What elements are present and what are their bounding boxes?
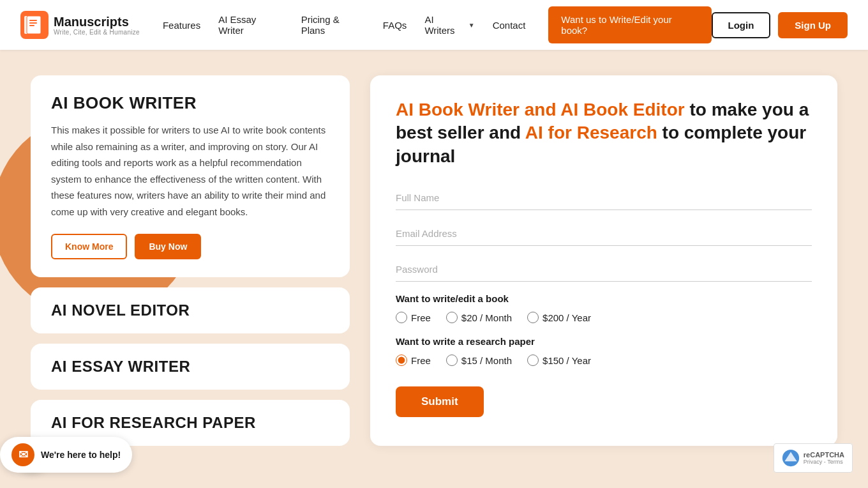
book-radio-options: Free $20 / Month $200 / Year <box>396 312 812 323</box>
recaptcha-icon <box>782 449 800 467</box>
nav-faqs[interactable]: FAQs <box>383 20 407 31</box>
right-panel-heading: AI Book Writer and AI Book Editor to mak… <box>396 98 812 168</box>
logo-name: Manuscripts <box>54 15 140 29</box>
card-buttons: Know More Buy Now <box>51 234 329 259</box>
signup-button[interactable]: Sign Up <box>778 12 848 38</box>
chevron-down-icon: ▼ <box>468 22 475 29</box>
buy-now-button[interactable]: Buy Now <box>135 234 201 259</box>
ai-essay-writer-title: AI ESSAY WRITER <box>51 358 329 376</box>
left-panel: AI BOOK WRITER This makes it possible fo… <box>31 75 350 446</box>
nav-auth-buttons: Login Sign Up <box>712 12 848 38</box>
book-radio-label: Want to write/edit a book <box>396 293 812 304</box>
chat-widget: ✉ We're here to help! <box>0 437 132 473</box>
logo-tagline: Write, Cite, Edit & Humanize <box>54 29 140 36</box>
recaptcha-label: reCAPTCHA <box>804 451 844 459</box>
ai-novel-editor-title: AI NOVEL EDITOR <box>51 301 329 319</box>
main-content: AI BOOK WRITER This makes it possible fo… <box>0 50 868 471</box>
logo-link[interactable]: Manuscripts Write, Cite, Edit & Humanize <box>20 11 140 39</box>
login-button[interactable]: Login <box>712 12 771 38</box>
ai-essay-writer-card: AI ESSAY WRITER <box>31 344 350 390</box>
chat-icon-symbol: ✉ <box>19 448 28 462</box>
book-radio-free[interactable]: Free <box>396 312 431 323</box>
nav-pricing-plans[interactable]: Pricing & Plans <box>301 14 365 36</box>
research-radio-15month[interactable]: $15 / Month <box>446 355 512 366</box>
password-input[interactable] <box>396 257 812 282</box>
email-input[interactable] <box>396 222 812 246</box>
svg-rect-3 <box>29 20 37 21</box>
research-radio-options: Free $15 / Month $150 / Year <box>396 355 812 366</box>
nav-links: Features AI Essay Writer Pricing & Plans… <box>163 6 712 43</box>
chat-icon: ✉ <box>11 443 34 466</box>
navbar: Manuscripts Write, Cite, Edit & Humanize… <box>0 0 868 50</box>
book-radio-20month[interactable]: $20 / Month <box>446 312 512 323</box>
chat-bubble-text: We're here to help! <box>41 450 121 460</box>
cta-write-edit-button[interactable]: Want us to Write/Edit your book? <box>548 6 711 43</box>
ai-book-writer-card: AI BOOK WRITER This makes it possible fo… <box>31 75 350 277</box>
research-radio-label: Want to write a research paper <box>396 336 812 347</box>
ai-book-writer-title: AI BOOK WRITER <box>51 93 329 113</box>
nav-contact[interactable]: Contact <box>493 20 526 31</box>
know-more-button[interactable]: Know More <box>51 234 127 259</box>
logo-icon <box>20 11 49 39</box>
nav-features[interactable]: Features <box>163 20 200 31</box>
book-radio-200year[interactable]: $200 / Year <box>527 312 591 323</box>
research-radio-free[interactable]: Free <box>396 355 431 366</box>
research-radio-150year[interactable]: $150 / Year <box>527 355 591 366</box>
nav-ai-writers[interactable]: AI Writers ▼ <box>424 14 474 36</box>
svg-rect-5 <box>29 25 34 26</box>
submit-button[interactable]: Submit <box>396 386 484 417</box>
recaptcha-badge: reCAPTCHA Privacy - Terms <box>774 443 853 473</box>
svg-rect-4 <box>29 22 37 24</box>
right-panel: AI Book Writer and AI Book Editor to mak… <box>370 75 837 446</box>
recaptcha-links: Privacy - Terms <box>804 459 844 465</box>
ai-book-writer-description: This makes it possible for writers to us… <box>51 122 329 220</box>
chat-bubble[interactable]: ✉ We're here to help! <box>0 437 132 473</box>
nav-ai-essay-writer[interactable]: AI Essay Writer <box>218 14 283 36</box>
full-name-input[interactable] <box>396 186 812 210</box>
ai-research-paper-title: AI FOR RESEARCH PAPER <box>51 414 329 432</box>
ai-novel-editor-card: AI NOVEL EDITOR <box>31 287 350 333</box>
